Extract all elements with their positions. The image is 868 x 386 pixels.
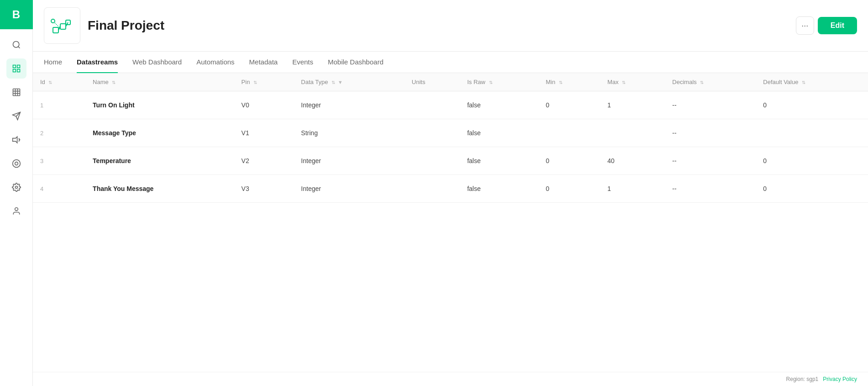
table-row[interactable]: 3 Temperature V2 Integer false 0 40 -- 0 bbox=[33, 147, 868, 175]
cell-units bbox=[405, 147, 460, 175]
tab-home[interactable]: Home bbox=[44, 52, 62, 73]
sort-israw-icon: ⇅ bbox=[489, 80, 493, 85]
sidebar-item-search[interactable] bbox=[6, 35, 26, 55]
cell-data-type: Integer bbox=[294, 91, 405, 119]
cell-units bbox=[405, 119, 460, 147]
svg-rect-3 bbox=[17, 65, 20, 68]
svg-rect-17 bbox=[53, 27, 58, 33]
table-header-row: Id ⇅ Name ⇅ Pin ⇅ Data Type ⇅ ▼ bbox=[33, 73, 868, 91]
cell-default-value: 0 bbox=[756, 175, 868, 203]
table-row[interactable]: 4 Thank You Message V3 Integer false 0 1… bbox=[33, 175, 868, 203]
col-default-value[interactable]: Default Value ⇅ bbox=[756, 73, 868, 91]
col-name[interactable]: Name ⇅ bbox=[85, 73, 234, 91]
nav-tabs: Home Datastreams Web Dashboard Automatio… bbox=[33, 52, 868, 73]
tab-automations[interactable]: Automations bbox=[196, 52, 234, 73]
cell-name: Temperature bbox=[85, 147, 234, 175]
datastreams-table: Id ⇅ Name ⇅ Pin ⇅ Data Type ⇅ ▼ bbox=[33, 73, 868, 203]
col-is-raw[interactable]: Is Raw ⇅ bbox=[460, 73, 538, 91]
cell-max: 1 bbox=[600, 91, 665, 119]
sidebar-item-settings[interactable] bbox=[6, 177, 26, 197]
tab-events[interactable]: Events bbox=[292, 52, 313, 73]
cell-decimals: -- bbox=[665, 91, 756, 119]
more-button[interactable]: ··· bbox=[796, 16, 814, 35]
tab-datastreams[interactable]: Datastreams bbox=[77, 52, 118, 73]
col-decimals[interactable]: Decimals ⇅ bbox=[665, 73, 756, 91]
col-min[interactable]: Min ⇅ bbox=[538, 73, 600, 91]
cell-data-type: Integer bbox=[294, 147, 405, 175]
tab-web-dashboard[interactable]: Web Dashboard bbox=[132, 52, 182, 73]
cell-id: 4 bbox=[33, 175, 85, 203]
edit-button[interactable]: Edit bbox=[818, 17, 857, 34]
col-data-type[interactable]: Data Type ⇅ ▼ bbox=[294, 73, 405, 91]
cell-name: Thank You Message bbox=[85, 175, 234, 203]
cell-max: 40 bbox=[600, 147, 665, 175]
svg-point-22 bbox=[51, 19, 55, 23]
svg-point-16 bbox=[15, 208, 18, 211]
project-title: Final Project bbox=[88, 18, 789, 33]
sidebar-item-user[interactable] bbox=[6, 201, 26, 221]
sort-defaultvalue-icon: ⇅ bbox=[802, 80, 805, 85]
sort-decimals-icon: ⇅ bbox=[700, 80, 704, 85]
cell-is-raw: false bbox=[460, 175, 538, 203]
tab-mobile-dashboard[interactable]: Mobile Dashboard bbox=[328, 52, 384, 73]
project-icon bbox=[44, 7, 80, 44]
cell-is-raw: false bbox=[460, 119, 538, 147]
cell-pin: V2 bbox=[234, 147, 294, 175]
tab-metadata[interactable]: Metadata bbox=[249, 52, 278, 73]
region-label: Region: sgp1 bbox=[786, 376, 819, 382]
cell-pin: V1 bbox=[234, 119, 294, 147]
cell-min: 0 bbox=[538, 147, 600, 175]
sidebar-item-apps[interactable] bbox=[6, 58, 26, 79]
cell-default-value: 0 bbox=[756, 147, 868, 175]
cell-id: 2 bbox=[33, 119, 85, 147]
privacy-policy-link[interactable]: Privacy Policy bbox=[823, 376, 857, 382]
cell-min bbox=[538, 119, 600, 147]
svg-point-0 bbox=[13, 42, 19, 48]
sort-min-icon: ⇅ bbox=[559, 80, 563, 85]
cell-decimals: -- bbox=[665, 175, 756, 203]
cell-min: 0 bbox=[538, 175, 600, 203]
header: Final Project ··· Edit bbox=[33, 0, 868, 52]
cell-decimals: -- bbox=[665, 147, 756, 175]
header-actions: ··· Edit bbox=[796, 16, 857, 35]
cell-max bbox=[600, 119, 665, 147]
svg-rect-4 bbox=[13, 69, 16, 72]
sort-id-icon: ⇅ bbox=[48, 80, 52, 85]
svg-rect-2 bbox=[13, 65, 16, 68]
svg-point-14 bbox=[15, 162, 18, 165]
cell-data-type: Integer bbox=[294, 175, 405, 203]
col-units: Units bbox=[405, 73, 460, 91]
footer: Region: sgp1 Privacy Policy bbox=[33, 372, 868, 386]
cell-pin: V3 bbox=[234, 175, 294, 203]
sort-datatype-icon: ⇅ bbox=[331, 80, 335, 85]
cell-name: Message Type bbox=[85, 119, 234, 147]
sidebar-item-send[interactable] bbox=[6, 106, 26, 126]
datastreams-table-area: Id ⇅ Name ⇅ Pin ⇅ Data Type ⇅ ▼ bbox=[33, 73, 868, 372]
main-content: Final Project ··· Edit Home Datastreams … bbox=[33, 0, 868, 386]
sort-pin-icon: ⇅ bbox=[253, 80, 257, 85]
sidebar: B bbox=[0, 0, 33, 386]
cell-id: 3 bbox=[33, 147, 85, 175]
col-id[interactable]: Id ⇅ bbox=[33, 73, 85, 91]
cell-decimals: -- bbox=[665, 119, 756, 147]
cell-data-type: String bbox=[294, 119, 405, 147]
table-row[interactable]: 1 Turn On Light V0 Integer false 0 1 -- … bbox=[33, 91, 868, 119]
svg-line-1 bbox=[18, 47, 20, 48]
cell-min: 0 bbox=[538, 91, 600, 119]
cell-id: 1 bbox=[33, 91, 85, 119]
sort-max-icon: ⇅ bbox=[622, 80, 626, 85]
cell-max: 1 bbox=[600, 175, 665, 203]
sidebar-item-megaphone[interactable] bbox=[6, 130, 26, 150]
svg-line-23 bbox=[55, 23, 59, 27]
svg-rect-6 bbox=[13, 89, 20, 96]
table-row[interactable]: 2 Message Type V1 String false -- bbox=[33, 119, 868, 147]
col-pin[interactable]: Pin ⇅ bbox=[234, 73, 294, 91]
cell-name: Turn On Light bbox=[85, 91, 234, 119]
cell-default-value: 0 bbox=[756, 91, 868, 119]
sidebar-item-building[interactable] bbox=[6, 82, 26, 102]
cell-is-raw: false bbox=[460, 91, 538, 119]
sidebar-item-circle[interactable] bbox=[6, 153, 26, 174]
cell-units bbox=[405, 91, 460, 119]
col-max[interactable]: Max ⇅ bbox=[600, 73, 665, 91]
sidebar-logo[interactable]: B bbox=[0, 0, 33, 29]
